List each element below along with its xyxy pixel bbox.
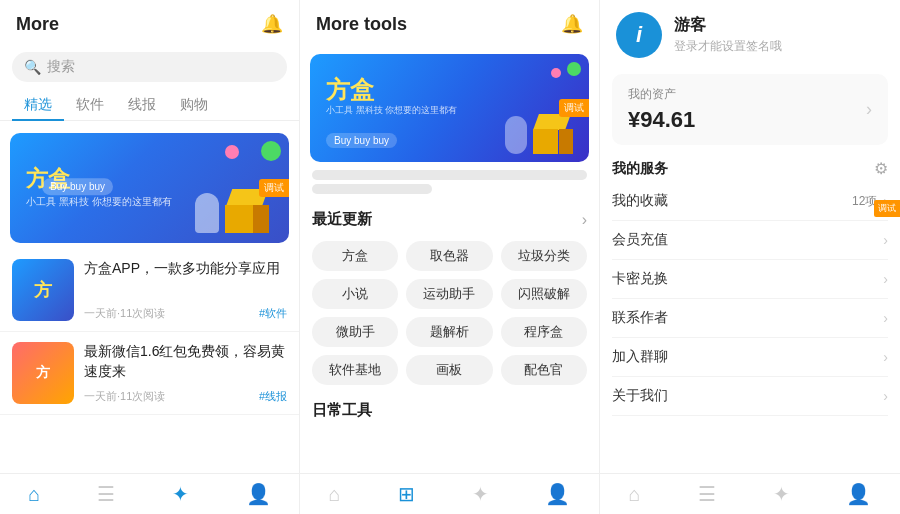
assets-info: 我的资产 ¥94.61	[628, 86, 695, 133]
chevron-3: ›	[883, 310, 888, 326]
nav-user-middle[interactable]: 👤	[545, 482, 570, 506]
assets-arrow: ›	[866, 99, 872, 120]
banner-circle-pink	[551, 68, 561, 78]
article-item-2[interactable]: 方 最新微信1.6红包免费领，容易黄速度来 一天前·11次阅读 #线报	[0, 332, 299, 415]
cube-mid	[533, 114, 573, 154]
nav-home-left[interactable]: ⌂	[28, 483, 40, 506]
username-label: 游客	[674, 15, 782, 36]
middle-banner-btn[interactable]: Buy buy buy	[326, 133, 397, 148]
tag-3[interactable]: 小说	[312, 279, 398, 309]
article-tag-1: #软件	[259, 306, 287, 321]
service-header: 我的服务 ⚙	[612, 159, 888, 178]
nav-list-right[interactable]: ☰	[698, 482, 716, 506]
chevron-1: ›	[883, 232, 888, 248]
bottom-nav-left: ⌂ ☰ ✦ 👤	[0, 473, 299, 514]
tag-8[interactable]: 程序盒	[501, 317, 587, 347]
middle-header: More tools 🔔	[300, 0, 599, 48]
assets-amount: ¥94.61	[628, 107, 695, 133]
person-figure	[195, 193, 219, 233]
nav-home-right[interactable]: ⌂	[628, 483, 640, 506]
nav-center-right[interactable]: ✦	[773, 482, 790, 506]
tag-4[interactable]: 运动助手	[406, 279, 492, 309]
bell-icon-left[interactable]: 🔔	[261, 13, 283, 35]
service-label-0: 我的收藏	[612, 192, 668, 210]
middle-banner[interactable]: 方盒 小工具 黑科技 你想要的这里都有 Buy buy buy 调试	[310, 54, 589, 162]
article-item-1[interactable]: 方 方盒APP，一款多功能分享应用 一天前·11次阅读 #软件	[0, 249, 299, 332]
service-section: 我的服务 ⚙ 我的收藏 12项 › 会员充值 › 卡密兑换 › 联系作者 › 加…	[600, 155, 900, 420]
right-user-area: i 游客 登录才能设置签名哦	[600, 0, 900, 70]
left-banner-text: 方盒 小工具 黑科技 你想要的这里都有 Buy buy buy	[26, 166, 172, 209]
service-item-membership[interactable]: 会员充值 ›	[612, 221, 888, 260]
service-item-group[interactable]: 加入群聊 ›	[612, 338, 888, 377]
article-content-1: 方盒APP，一款多功能分享应用 一天前·11次阅读 #软件	[84, 259, 287, 321]
middle-panel: More tools 🔔 方盒 小工具 黑科技 你想要的这里都有 Buy buy…	[300, 0, 600, 514]
left-panel: More 🔔 🔍 搜索 精选 软件 线报 购物 方盒 小工具 黑科技 你想要的这…	[0, 0, 300, 514]
article-meta-1: 一天前·11次阅读 #软件	[84, 306, 287, 321]
bell-icon-middle[interactable]: 🔔	[561, 13, 583, 35]
gear-icon[interactable]: ⚙	[874, 159, 888, 178]
nav-home-middle[interactable]: ⌂	[328, 483, 340, 506]
recent-more-arrow[interactable]: ›	[582, 211, 587, 229]
cube-right-mid	[559, 129, 573, 154]
service-item-redeem[interactable]: 卡密兑换 ›	[612, 260, 888, 299]
debug-badge-right: 调试	[874, 200, 900, 217]
tab-shopping[interactable]: 购物	[168, 90, 220, 120]
nav-list-left[interactable]: ☰	[97, 482, 115, 506]
tab-featured[interactable]: 精选	[12, 90, 64, 120]
tag-6[interactable]: 微助手	[312, 317, 398, 347]
nav-center-left[interactable]: ✦	[172, 482, 189, 506]
tag-2[interactable]: 垃圾分类	[501, 241, 587, 271]
tag-11[interactable]: 配色官	[501, 355, 587, 385]
cube-front-mid	[533, 129, 558, 154]
bottom-nav-middle: ⌂ ⊞ ✦ 👤	[300, 473, 599, 514]
article-tag-2: #线报	[259, 389, 287, 404]
banner-decoration	[195, 189, 269, 233]
service-label-3: 联系作者	[612, 309, 668, 327]
tag-10[interactable]: 画板	[406, 355, 492, 385]
middle-banner-deco	[505, 114, 573, 154]
chevron-5: ›	[883, 388, 888, 404]
article-content-2: 最新微信1.6红包免费领，容易黄速度来 一天前·11次阅读 #线报	[84, 342, 287, 404]
right-top-wrapper: i 游客 登录才能设置签名哦	[600, 0, 900, 70]
tab-software[interactable]: 软件	[64, 90, 116, 120]
left-header: More 🔔	[0, 0, 299, 48]
recent-title: 最近更新	[312, 210, 372, 229]
avatar-letter: i	[636, 22, 642, 48]
chevron-4: ›	[883, 349, 888, 365]
search-bar[interactable]: 🔍 搜索	[12, 52, 287, 82]
tag-7[interactable]: 题解析	[406, 317, 492, 347]
service-label-1: 会员充值	[612, 231, 668, 249]
left-title: More	[16, 14, 59, 35]
tag-0[interactable]: 方盒	[312, 241, 398, 271]
tab-bar-left: 精选 软件 线报 购物	[0, 90, 299, 121]
service-item-favorites[interactable]: 我的收藏 12项 ›	[612, 182, 888, 221]
circle-pink-deco	[225, 145, 239, 159]
left-banner-btn[interactable]: Buy buy buy	[42, 179, 113, 196]
tag-5[interactable]: 闪照破解	[501, 279, 587, 309]
service-label-5: 关于我们	[612, 387, 668, 405]
service-item-contact[interactable]: 联系作者 ›	[612, 299, 888, 338]
middle-title: More tools	[316, 14, 407, 35]
left-banner-subtitle: 小工具 黑科技 你想要的这里都有	[26, 196, 172, 210]
debug-badge-left: 调试	[259, 179, 289, 197]
article-thumb-2: 方	[12, 342, 74, 404]
user-info: 游客 登录才能设置签名哦	[674, 15, 782, 55]
cube-right	[253, 205, 269, 233]
nav-user-left[interactable]: 👤	[246, 482, 271, 506]
nav-center-middle[interactable]: ✦	[472, 482, 489, 506]
nav-user-right[interactable]: 👤	[846, 482, 871, 506]
bottom-nav-right: ⌂ ☰ ✦ 👤	[600, 473, 900, 514]
tab-deals[interactable]: 线报	[116, 90, 168, 120]
tag-1[interactable]: 取色器	[406, 241, 492, 271]
daily-tools-section: 日常工具	[300, 393, 599, 424]
recent-update-section: 最近更新 ›	[300, 202, 599, 241]
service-item-about[interactable]: 关于我们 ›	[612, 377, 888, 416]
tag-9[interactable]: 软件基地	[312, 355, 398, 385]
assets-card[interactable]: 我的资产 ¥94.61 ›	[612, 74, 888, 145]
nav-grid-middle[interactable]: ⊞	[398, 482, 415, 506]
article-date-2: 一天前·11次阅读	[84, 389, 165, 404]
service-label-4: 加入群聊	[612, 348, 668, 366]
left-banner[interactable]: 方盒 小工具 黑科技 你想要的这里都有 Buy buy buy 调试	[10, 133, 289, 243]
skeleton-bar-2	[312, 184, 432, 194]
recent-header: 最近更新 ›	[312, 210, 587, 229]
